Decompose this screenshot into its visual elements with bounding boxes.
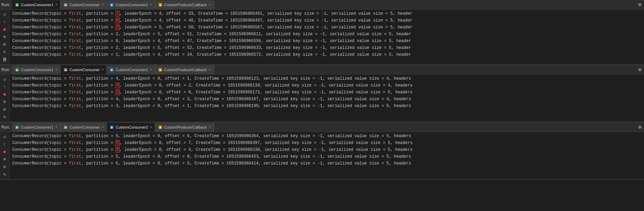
highlighted-partition: 0 — [116, 18, 119, 23]
restart-btn[interactable]: ↺ — [1, 76, 9, 83]
panel-body: ↺↑■≡⊙✎🗑ConsumerRecord(topic = first, par… — [0, 10, 644, 64]
log-line: ConsumerRecord(topic = first, partition … — [10, 17, 644, 24]
highlighted-partition: 1 — [116, 11, 119, 16]
tab-label: CustomConsumer2 — [116, 125, 148, 129]
left-toolbar: ↺↑■≡⊙✎ — [0, 132, 10, 179]
tab-label: CustomConsumer — [69, 68, 100, 72]
log-content: ConsumerRecord(topic = first, partition … — [10, 75, 644, 122]
stop-btn[interactable]: ■ — [1, 148, 9, 155]
tab-label: CustomProducerCallback — [164, 125, 207, 129]
log-line: ConsumerRecord(topic = first, partition … — [10, 31, 644, 38]
run-icon: ▶ — [63, 2, 68, 7]
tab-close-btn[interactable]: × — [102, 125, 104, 129]
tab-bar: Run:▶CustomConsumer1×▶CustomConsumer×▶Cu… — [0, 65, 644, 75]
highlighted-partition: 4 — [116, 83, 119, 88]
highlighted-partition: 3 — [116, 90, 119, 95]
log-line: ConsumerRecord(topic = first, partition … — [10, 75, 644, 82]
delete-btn[interactable]: 🗑 — [1, 56, 9, 63]
run-icon: ▶ — [63, 67, 68, 72]
edit-btn[interactable]: ✎ — [1, 114, 9, 120]
panel-1: Run:▶CustomConsumer1×▶CustomConsumer×▶Cu… — [0, 0, 644, 65]
rerun-btn[interactable]: ≡ — [1, 34, 9, 40]
tab-bar: Run:▶CustomConsumer1×▶CustomConsumer×▶Cu… — [0, 122, 644, 132]
camera-btn[interactable]: ⊙ — [1, 106, 9, 113]
tab-customproducercallback[interactable]: ▶CustomProducerCallback× — [155, 65, 214, 74]
tab-customconsumer[interactable]: ▶CustomConsumer× — [61, 123, 107, 132]
camera-btn[interactable]: ⊙ — [1, 41, 9, 48]
camera-btn[interactable]: ⊙ — [1, 163, 9, 170]
tab-label: CustomProducerCallback — [164, 68, 207, 72]
tab-close-btn[interactable]: × — [150, 68, 152, 71]
tab-close-btn[interactable]: × — [150, 125, 152, 129]
tab-close-btn[interactable]: × — [55, 68, 57, 71]
tab-label: CustomConsumer1 — [21, 125, 53, 129]
tab-customconsumer1[interactable]: ▶CustomConsumer1× — [12, 65, 61, 74]
run-icon: ▶ — [63, 125, 68, 130]
tab-customconsumer[interactable]: ▶CustomConsumer× — [61, 65, 107, 74]
settings-gear-icon[interactable]: ⚙ — [637, 124, 643, 130]
settings-gear-icon[interactable]: ⚙ — [637, 2, 643, 8]
log-line: ConsumerRecord(topic = first, partition … — [10, 146, 644, 153]
restart-btn[interactable]: ↺ — [1, 11, 9, 18]
panel-body: ↺↑■≡⊙✎ConsumerRecord(topic = first, part… — [0, 75, 644, 122]
up-btn[interactable]: ↑ — [1, 18, 9, 25]
log-line: ConsumerRecord(topic = first, partition … — [10, 133, 644, 140]
up-btn[interactable]: ↑ — [1, 83, 9, 90]
tab-customconsumer[interactable]: ▶CustomConsumer× — [61, 0, 107, 9]
run-icon: ▶ — [158, 2, 163, 7]
panel-3: Run:▶CustomConsumer1×▶CustomConsumer×▶Cu… — [0, 122, 644, 180]
stop-btn[interactable]: ■ — [1, 91, 9, 98]
run-icon: ▶ — [158, 125, 163, 130]
run-icon: ▶ — [109, 125, 114, 130]
run-icon: ▶ — [15, 125, 19, 130]
tab-customconsumer2[interactable]: ▶CustomConsumer2× — [107, 123, 155, 132]
tab-customproducercallback[interactable]: ▶CustomProducerCallback× — [155, 0, 214, 9]
restart-btn[interactable]: ↺ — [1, 133, 9, 140]
tab-label: CustomConsumer2 — [116, 68, 148, 72]
tab-customconsumer1[interactable]: ▶CustomConsumer1× — [12, 0, 61, 9]
tab-customconsumer2[interactable]: ▶CustomConsumer2× — [107, 0, 155, 9]
settings-gear-icon[interactable]: ⚙ — [637, 67, 643, 72]
run-icon: ▶ — [158, 67, 163, 72]
tab-label: CustomConsumer2 — [116, 3, 148, 7]
up-btn[interactable]: ↑ — [1, 141, 9, 148]
tab-close-btn[interactable]: × — [209, 125, 211, 129]
rerun-btn[interactable]: ≡ — [1, 156, 9, 163]
tab-label: CustomProducerCallback — [164, 3, 207, 7]
log-line: ConsumerRecord(topic = first, partition … — [10, 44, 644, 51]
tab-close-btn[interactable]: × — [102, 3, 104, 6]
tab-close-btn[interactable]: × — [102, 68, 104, 71]
edit-btn[interactable]: ✎ — [1, 171, 9, 178]
tab-label: CustomConsumer1 — [21, 3, 53, 7]
run-icon: ▶ — [109, 2, 114, 7]
log-content: ConsumerRecord(topic = first, partition … — [10, 10, 644, 64]
tab-close-btn[interactable]: × — [209, 68, 211, 71]
tab-customconsumer1[interactable]: ▶CustomConsumer1× — [12, 123, 61, 132]
log-line: ConsumerRecord(topic = first, partition … — [10, 160, 644, 167]
log-line: ConsumerRecord(topic = first, partition … — [10, 82, 644, 89]
tab-close-btn[interactable]: × — [150, 3, 152, 6]
log-line: ConsumerRecord(topic = first, partition … — [10, 24, 644, 31]
log-content: ConsumerRecord(topic = first, partition … — [10, 132, 644, 179]
log-line: ConsumerRecord(topic = first, partition … — [10, 89, 644, 96]
tab-bar: Run:▶CustomConsumer1×▶CustomConsumer×▶Cu… — [0, 0, 644, 10]
log-line: ConsumerRecord(topic = first, partition … — [10, 153, 644, 160]
tab-customconsumer2[interactable]: ▶CustomConsumer2× — [107, 65, 155, 74]
stop-btn[interactable]: ■ — [1, 26, 9, 33]
tab-close-btn[interactable]: × — [55, 125, 57, 129]
edit-btn[interactable]: ✎ — [1, 49, 9, 55]
highlighted-partition: 2 — [116, 25, 119, 30]
tab-close-btn[interactable]: × — [209, 3, 211, 6]
log-line: ConsumerRecord(topic = first, partition … — [10, 140, 644, 146]
left-toolbar: ↺↑■≡⊙✎ — [0, 75, 10, 122]
panel-2: Run:▶CustomConsumer1×▶CustomConsumer×▶Cu… — [0, 65, 644, 122]
log-line: ConsumerRecord(topic = first, partition … — [10, 103, 644, 109]
tab-label: CustomConsumer — [69, 3, 100, 7]
run-label: Run: — [1, 125, 10, 130]
tab-customproducercallback[interactable]: ▶CustomProducerCallback× — [155, 123, 214, 132]
run-label: Run: — [1, 67, 10, 72]
rerun-btn[interactable]: ≡ — [1, 98, 9, 105]
run-icon: ▶ — [15, 2, 19, 7]
run-label: Run: — [1, 2, 10, 7]
tab-close-btn[interactable]: × — [55, 3, 57, 6]
